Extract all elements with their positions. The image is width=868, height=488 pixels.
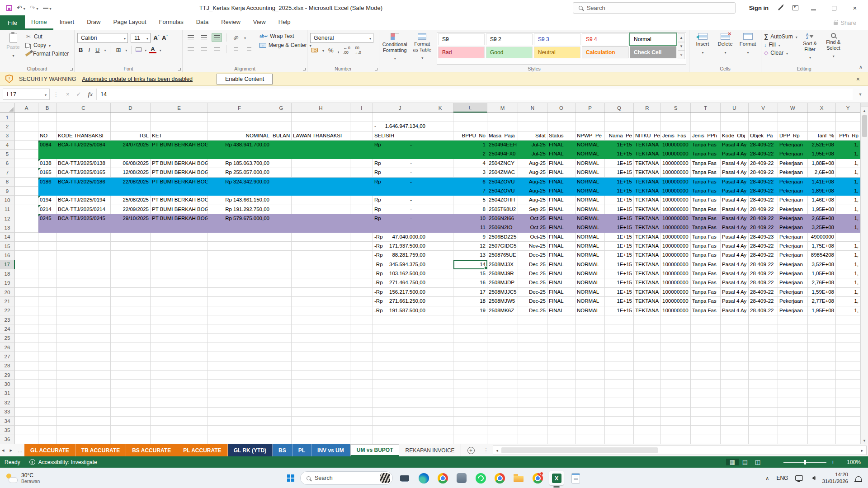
cell-Q9[interactable]: 1E+15 bbox=[605, 187, 634, 196]
cell-E21[interactable] bbox=[151, 297, 208, 306]
cell-Q1[interactable] bbox=[605, 113, 634, 122]
cell-C15[interactable] bbox=[57, 242, 111, 251]
accounting-format-icon[interactable] bbox=[311, 48, 318, 52]
cell-C12[interactable]: BCA-TTJ/2025/0245 bbox=[57, 214, 111, 223]
cell-P31[interactable] bbox=[576, 389, 605, 398]
cell-L9[interactable]: 7 bbox=[453, 187, 487, 196]
cell-D9[interactable] bbox=[111, 187, 151, 196]
number-dialog-launcher[interactable] bbox=[375, 68, 377, 70]
cell-X31[interactable] bbox=[808, 389, 836, 398]
cell-M2[interactable] bbox=[487, 122, 518, 131]
cell-K2[interactable] bbox=[427, 122, 453, 131]
cell-Y32[interactable] bbox=[836, 398, 860, 407]
cell-I30[interactable] bbox=[350, 380, 373, 389]
cell-M8[interactable]: 2504ZOVU bbox=[487, 178, 518, 187]
cell-V25[interactable] bbox=[749, 334, 778, 343]
borders-icon[interactable]: ⊞ bbox=[114, 47, 122, 53]
cell-G16[interactable] bbox=[271, 251, 292, 260]
scroll-left-icon[interactable]: ◂ bbox=[493, 448, 501, 453]
cell-R10[interactable]: TEKTANA bbox=[634, 196, 661, 205]
cell-R33[interactable] bbox=[634, 408, 661, 417]
cell-X10[interactable]: 1,46E+08 bbox=[808, 196, 836, 205]
cell-E28[interactable] bbox=[151, 361, 208, 371]
cell-B7[interactable]: 0165 bbox=[38, 168, 57, 177]
row-header-35[interactable]: 35 bbox=[0, 426, 15, 435]
italic-button[interactable]: I bbox=[87, 47, 91, 53]
row-header-2[interactable]: 2 bbox=[0, 122, 15, 131]
row-header-18[interactable]: 18 bbox=[0, 269, 15, 278]
cell-M9[interactable]: 2504ZOVU bbox=[487, 187, 518, 196]
cell-W32[interactable] bbox=[778, 398, 808, 407]
cell-X20[interactable]: 1,59E+08 bbox=[808, 288, 836, 297]
column-header-V[interactable]: V bbox=[749, 103, 778, 113]
cell-D6[interactable]: 06/08/2025 bbox=[111, 159, 151, 168]
cell-L17[interactable]: 14 bbox=[453, 260, 487, 269]
cell-E25[interactable] bbox=[151, 334, 208, 343]
cell-Y8[interactable]: 1, bbox=[836, 178, 860, 187]
cell-K36[interactable] bbox=[427, 435, 453, 444]
cell-M34[interactable] bbox=[487, 417, 518, 426]
cell-D10[interactable]: 25/08/2025 bbox=[111, 196, 151, 205]
cell-O1[interactable] bbox=[547, 113, 576, 122]
cell-Q19[interactable]: 1E+15 bbox=[605, 278, 634, 287]
cell-I8[interactable] bbox=[350, 178, 373, 187]
cell-A31[interactable] bbox=[15, 389, 38, 398]
cell-G10[interactable] bbox=[271, 196, 292, 205]
cell-I19[interactable] bbox=[350, 278, 373, 287]
cell-P26[interactable] bbox=[576, 343, 605, 352]
column-header-W[interactable]: W bbox=[778, 103, 808, 113]
cell-G26[interactable] bbox=[271, 343, 292, 352]
cell-O12[interactable]: FINAL bbox=[547, 214, 576, 223]
cell-M35[interactable] bbox=[487, 426, 518, 435]
font-name-select[interactable]: Calibri bbox=[77, 33, 128, 43]
cell-P7[interactable]: NORMAL bbox=[576, 168, 605, 177]
cell-P30[interactable] bbox=[576, 380, 605, 389]
cell-E9[interactable] bbox=[151, 187, 208, 196]
cell-D33[interactable] bbox=[111, 408, 151, 417]
cell-D31[interactable] bbox=[111, 389, 151, 398]
menu-tab-view[interactable]: View bbox=[247, 15, 272, 30]
cell-Y29[interactable] bbox=[836, 371, 860, 380]
cell-F21[interactable] bbox=[208, 297, 271, 306]
cell-X30[interactable] bbox=[808, 380, 836, 389]
cell-M19[interactable]: 2508MJDP bbox=[487, 278, 518, 287]
cell-O32[interactable] bbox=[547, 398, 576, 407]
cell-I2[interactable] bbox=[350, 122, 373, 131]
cell-I16[interactable] bbox=[350, 251, 373, 260]
cell-R28[interactable] bbox=[634, 361, 661, 371]
cell-G33[interactable] bbox=[271, 408, 292, 417]
cell-D16[interactable] bbox=[111, 251, 151, 260]
cell-K19[interactable] bbox=[427, 278, 453, 287]
cell-N18[interactable]: Dec-25 bbox=[518, 269, 547, 278]
cell-E26[interactable] bbox=[151, 343, 208, 352]
cell-D36[interactable] bbox=[111, 435, 151, 444]
cell-U28[interactable] bbox=[721, 361, 749, 371]
cell-T32[interactable] bbox=[691, 398, 721, 407]
cell-S7[interactable]: 100000000 bbox=[661, 168, 691, 177]
cell-U21[interactable]: Pasal 4 Ay bbox=[721, 297, 749, 306]
cell-A33[interactable] bbox=[15, 408, 38, 417]
cell-H13[interactable] bbox=[292, 223, 350, 232]
cell-L12[interactable]: 10 bbox=[453, 214, 487, 223]
cell-R25[interactable] bbox=[634, 334, 661, 343]
cell-V36[interactable] bbox=[749, 435, 778, 444]
cell-A23[interactable] bbox=[15, 315, 38, 324]
sheet-tab-pl-accurate[interactable]: PL ACCURATE bbox=[177, 444, 227, 456]
sheet-tab-gl-rk-ytd[interactable]: GL RK (YTD) bbox=[228, 444, 273, 456]
number-format-select[interactable]: General bbox=[310, 33, 373, 43]
cell-N5[interactable]: Jul-25 bbox=[518, 150, 547, 159]
cell-T30[interactable] bbox=[691, 380, 721, 389]
cell-U25[interactable] bbox=[721, 334, 749, 343]
cell-M3[interactable]: Masa_Paja bbox=[487, 131, 518, 141]
cell-E22[interactable] bbox=[151, 306, 208, 315]
cell-C9[interactable] bbox=[57, 187, 111, 196]
cell-B9[interactable] bbox=[38, 187, 57, 196]
taskbar-app-gray-app-icon[interactable] bbox=[454, 471, 469, 485]
cell-L20[interactable]: 17 bbox=[453, 288, 487, 297]
cell-T23[interactable] bbox=[691, 315, 721, 324]
cell-D15[interactable] bbox=[111, 242, 151, 251]
name-box[interactable]: L17 bbox=[3, 89, 50, 100]
cell-Y25[interactable] bbox=[836, 334, 860, 343]
cell-P35[interactable] bbox=[576, 426, 605, 435]
cell-W31[interactable] bbox=[778, 389, 808, 398]
